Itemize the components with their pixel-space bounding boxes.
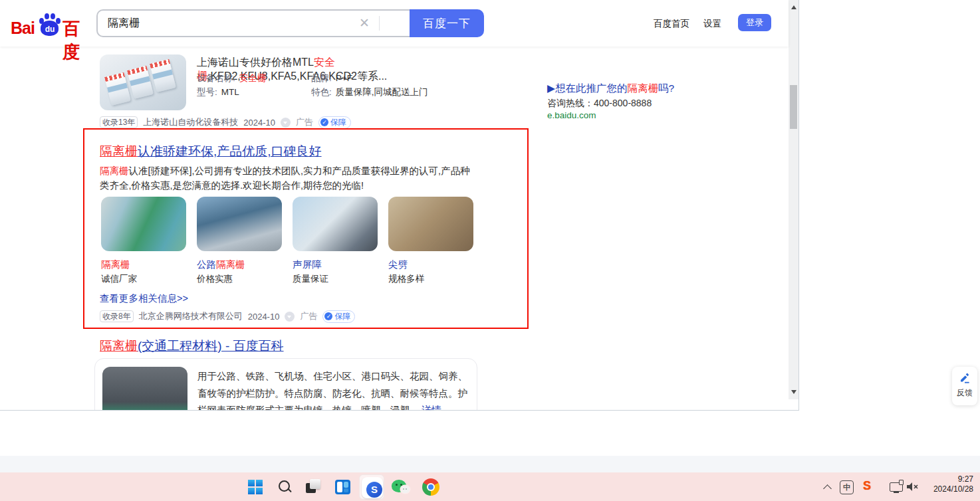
input-divider <box>379 16 380 31</box>
clock-time: 9:27 <box>929 474 973 484</box>
display-network-icon[interactable] <box>890 482 903 492</box>
start-button[interactable] <box>243 474 268 500</box>
ad2-description: 隔离栅认准[骄建环保],公司拥有专业的技术团队,实力和产品质量获得业界的认可,产… <box>100 163 475 193</box>
taskbar-wechat[interactable] <box>388 474 413 500</box>
logo-text-cn: 百度 <box>62 17 90 64</box>
scrollbar-down-arrow-icon[interactable] <box>791 390 796 394</box>
ad1-attr-brand: 品牌:P+F <box>311 72 352 84</box>
ad1-ad-label: 广告 <box>296 116 313 128</box>
ad2-card-sound-barrier[interactable]: 声屏障 质量保证 <box>293 197 379 286</box>
ad2-title-rest: 认准骄建环保,产品优质,口碑良好 <box>138 144 322 158</box>
product-module-shape <box>150 59 176 92</box>
search-header: Bai du 百度 ✕ 百度一下 百度首页 设置 登录 <box>0 0 789 47</box>
taskbar-app-squares[interactable] <box>301 474 326 500</box>
taskbar-clock[interactable]: 9:27 2024/10/28 <box>929 474 973 494</box>
ad1-attr-feature: 特色:质量保障,同城配送上门 <box>311 86 428 98</box>
card-label: 声屏障 <box>293 258 322 271</box>
ad1-product-image[interactable] <box>100 54 186 110</box>
logo-text-du: du <box>40 25 60 34</box>
baike-title-rest: (交通工程材料) - 百度百科 <box>138 339 284 353</box>
card-label: 公路隔离栅 <box>197 258 245 271</box>
baike-title-keyword: 隔离栅 <box>100 339 138 353</box>
nav-settings[interactable]: 设置 <box>703 18 721 30</box>
clear-icon[interactable]: ✕ <box>356 15 372 32</box>
taskbar-search-button[interactable] <box>272 474 297 500</box>
window-bottom-border <box>0 410 799 411</box>
ad2-date: 2024-10 <box>248 312 280 322</box>
ad2-source: 北京企腾网络技术有限公司 <box>139 310 243 322</box>
see-more-link[interactable]: 查看更多相关信息>> <box>100 292 188 305</box>
fence-image <box>101 197 186 251</box>
card-subtitle: 诚信厂家 <box>101 273 137 285</box>
ad2-card-highway-fence[interactable]: 公路隔离栅 价格实惠 <box>197 197 283 286</box>
vertical-scrollbar[interactable] <box>789 0 798 399</box>
ime-language-indicator[interactable]: 中 <box>840 480 854 494</box>
product-module-shape <box>104 72 131 106</box>
ad1-guarantee-badge: ✓ 保障 <box>318 116 351 129</box>
feedback-button[interactable]: 反馈 <box>952 367 977 405</box>
card-label: 尖劈 <box>388 258 408 271</box>
highway-fence-image <box>197 197 282 251</box>
feedback-label: 反馈 <box>952 387 977 399</box>
baidu-logo[interactable]: Bai du 百度 <box>11 13 90 37</box>
ad2-guarantee-badge: ✓ 保障 <box>322 310 355 323</box>
taskbar-sogou-browser[interactable]: S <box>359 474 384 500</box>
promo-hotline: 咨询热线：400-800-8888 <box>547 98 652 110</box>
sogou-input-tray-icon[interactable]: S <box>863 479 871 493</box>
ad2-footer: 收录8年 北京企腾网络技术有限公司 2024-10 广告 ✓ 保障 <box>100 310 355 322</box>
nav-baidu-home[interactable]: 百度首页 <box>654 18 689 30</box>
chrome-icon <box>422 478 439 496</box>
ad2-indexed-years-tag: 收录8年 <box>100 310 134 322</box>
browser-window: Bai du 百度 ✕ 百度一下 百度首页 设置 登录 上海诺山专供好价格MTL… <box>0 0 799 411</box>
search-button[interactable]: 百度一下 <box>410 9 484 37</box>
volume-muted-icon[interactable] <box>906 482 918 494</box>
clock-date: 2024/10/28 <box>929 484 973 494</box>
scrollbar-up-arrow-icon[interactable] <box>791 5 796 9</box>
ad2-ad-label: 广告 <box>300 310 317 322</box>
baidu-paw-icon: du <box>40 13 60 36</box>
promo-url-link[interactable]: e.baidu.com <box>547 110 596 120</box>
taskbar: S <box>0 472 980 501</box>
taskbar-chrome[interactable] <box>418 474 443 500</box>
product-module-shape <box>127 66 154 99</box>
ad1-date: 2024-10 <box>243 118 275 128</box>
logo-text-bai: Bai <box>11 19 35 38</box>
card-label: 隔离栅 <box>101 258 130 271</box>
pencil-icon <box>952 372 977 386</box>
login-button[interactable]: 登录 <box>738 14 771 31</box>
desktop-gray-band <box>0 456 980 472</box>
check-icon: ✓ <box>320 118 328 126</box>
ad1-feedback-chevron-icon[interactable] <box>281 118 291 128</box>
card-subtitle: 价格实惠 <box>197 273 233 285</box>
sound-barrier-image <box>293 197 378 251</box>
promo-title-link[interactable]: ▶想在此推广您的隔离栅吗? <box>547 82 674 96</box>
baike-card: 用于公路、铁路、飞机场、住宅小区、港口码头、花园、饲养、畜牧等的护栏防护。特点防… <box>94 358 477 411</box>
check-icon: ✓ <box>324 312 332 320</box>
acoustic-wedge-image <box>388 197 473 251</box>
baike-title-link[interactable]: 隔离栅(交通工程材料) - 百度百科 <box>100 338 284 355</box>
ad1-title-pre: 上海诺山专供好价格MTL <box>197 56 314 68</box>
ad2-card-wedge[interactable]: 尖劈 规格多样 <box>388 197 475 286</box>
window-panels-icon <box>335 480 350 494</box>
taskbar-app-panels[interactable] <box>330 474 355 500</box>
sogou-browser-icon: S <box>362 477 383 498</box>
ad2-feedback-chevron-icon[interactable] <box>285 312 295 322</box>
ad2-title-link[interactable]: 隔离栅认准骄建环保,产品优质,口碑良好 <box>100 143 322 160</box>
windows-logo-icon <box>248 480 263 494</box>
ad1-source: 上海诺山自动化设备科技 <box>143 116 238 128</box>
ad2-title-keyword: 隔离栅 <box>100 144 138 158</box>
scrollbar-thumb[interactable] <box>790 85 797 129</box>
window-right-border <box>798 0 799 411</box>
ad1-attr-model: 型号:MTL <box>197 86 239 98</box>
ad1-attr-device: 设备名称:安全栅 <box>197 72 266 84</box>
ad2-card-fence[interactable]: 隔离栅 诚信厂家 <box>101 197 187 286</box>
ad1-footer: 收录13年 上海诺山自动化设备科技 2024-10 广告 ✓ 保障 <box>100 116 351 128</box>
card-subtitle: 规格多样 <box>388 273 424 285</box>
card-subtitle: 质量保证 <box>293 273 328 285</box>
search-icon <box>279 480 290 492</box>
baike-thumbnail[interactable] <box>102 367 187 411</box>
ad1-indexed-years-tag: 收录13年 <box>100 116 138 128</box>
baike-snippet: 用于公路、铁路、飞机场、住宅小区、港口码头、花园、饲养、畜牧等的护栏防护。特点防… <box>197 368 470 411</box>
